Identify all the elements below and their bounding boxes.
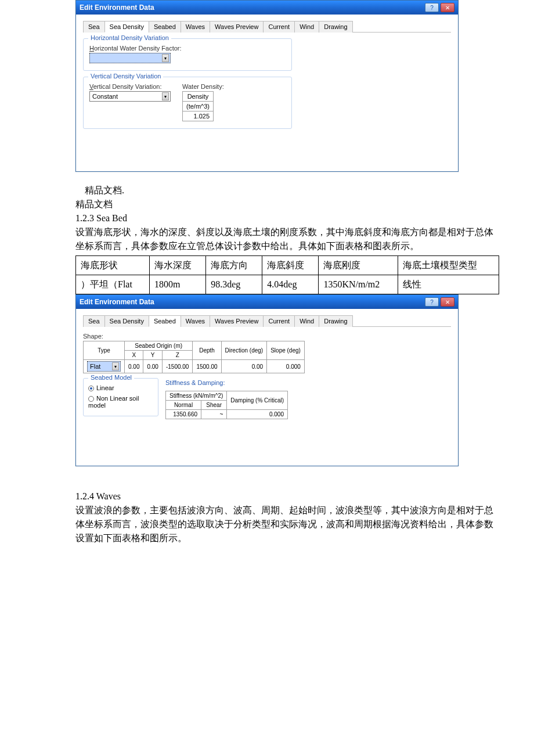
close-button[interactable]: ✕: [441, 3, 454, 12]
tab-current[interactable]: Current: [263, 315, 295, 327]
horizontal-label: Horizontal Water Density Factor:: [89, 45, 286, 52]
tabs: Sea Sea Density Seabed Waves Waves Previ…: [83, 315, 451, 327]
seabed-params-table: 海底形状 海水深度 海底方向 海底斜度 海底刚度 海底土壤模型类型 ）平坦（Fl…: [75, 255, 499, 294]
window-title: Edit Environment Data: [80, 298, 154, 306]
chevron-down-icon: ▾: [112, 362, 119, 370]
doc-text-1: 精品文档. 精品文档 1.2.3 Sea Bed 设置海底形状，海水的深度、斜度…: [75, 183, 499, 294]
td-direction: 98.3deg: [206, 275, 262, 294]
col-y: Y: [143, 351, 162, 360]
y-value[interactable]: 0.00: [143, 360, 162, 373]
horizontal-factor-dropdown[interactable]: ▾: [89, 53, 171, 63]
x-value[interactable]: 0.00: [125, 360, 143, 373]
tab-current[interactable]: Current: [263, 21, 295, 33]
col-direction: Direction (deg): [221, 341, 267, 360]
tab-drawing[interactable]: Drawing: [319, 21, 352, 33]
horizontal-variation-group: Horizontal Density Variation Horizontal …: [83, 38, 292, 71]
tab-waves[interactable]: Waves: [181, 315, 210, 327]
vertical-variation-group: Vertical Density Variation Vertical Dens…: [83, 77, 292, 129]
horizontal-legend: Horizontal Density Variation: [88, 34, 171, 41]
tab-seabed[interactable]: Seabed: [149, 21, 181, 33]
td-stiffness: 1350KN/m/m2: [319, 275, 398, 294]
tab-drawing[interactable]: Drawing: [319, 315, 352, 327]
dialog-sea-density: Edit Environment Data ? ✕ Sea Sea Densit…: [75, 0, 459, 172]
density-value[interactable]: 1.025: [183, 111, 214, 121]
density-header-1: Density: [183, 92, 214, 102]
th-model: 海底土壤模型类型: [398, 256, 499, 275]
col-depth: Depth: [193, 341, 221, 360]
shape-label: Shape:: [83, 333, 451, 340]
seabed-model-legend: Seabed Model: [88, 374, 134, 381]
col-damping: Damping (% Critical): [227, 391, 288, 410]
tab-seabed[interactable]: Seabed: [149, 315, 181, 327]
col-x: X: [125, 351, 143, 360]
damping-value[interactable]: 0.000: [227, 410, 288, 419]
stiffness-grid: Stiffness (kN/m/m^2) Damping (% Critical…: [165, 391, 288, 419]
tab-sea-density[interactable]: Sea Density: [104, 21, 149, 33]
radio-linear[interactable]: Linear: [88, 384, 153, 391]
tab-waves[interactable]: Waves: [181, 21, 210, 33]
col-slope: Slope (deg): [267, 341, 305, 360]
th-shape: 海底形状: [76, 256, 150, 275]
density-header-2: (te/m^3): [183, 102, 214, 111]
section-1-2-4: 1.2.4 Waves: [75, 489, 499, 503]
normal-value[interactable]: 1350.660: [166, 410, 201, 419]
col-z: Z: [162, 351, 192, 360]
slope-value[interactable]: 0.000: [267, 360, 305, 373]
shape-grid: Type Seabed Origin (m) Depth Direction (…: [83, 341, 305, 373]
col-normal: Normal: [166, 401, 201, 410]
stiffness-legend: Stiffness & Damping:: [165, 379, 288, 386]
tab-waves-preview[interactable]: Waves Preview: [210, 21, 264, 33]
tab-sea-density[interactable]: Sea Density: [104, 315, 149, 327]
vertical-label: Vertical Density Variation:: [89, 83, 171, 90]
radio-icon: [88, 396, 94, 402]
th-slope: 海底斜度: [262, 256, 319, 275]
tab-wind[interactable]: Wind: [294, 315, 319, 327]
td-shape: ）平坦（Flat: [76, 275, 150, 294]
water-density-label: Water Density:: [182, 83, 224, 90]
td-depth: 1800m: [150, 275, 206, 294]
radio-nonlinear[interactable]: Non Linear soil model: [88, 395, 153, 409]
help-button[interactable]: ?: [425, 3, 439, 12]
seabed-model-group: Seabed Model Linear Non Linear soil mode…: [83, 378, 158, 416]
td-model: 线性: [398, 275, 499, 294]
th-stiffness: 海底刚度: [319, 256, 398, 275]
section-1-2-3-body: 设置海底形状，海水的深度、斜度以及海底土壤的刚度系数，其中海底斜度和海底方向都是…: [75, 225, 499, 253]
section-1-2-4-body: 设置波浪的参数，主要包括波浪方向、波高、周期、起始时间，波浪类型等，其中波浪方向…: [75, 503, 499, 545]
chevron-down-icon: ▾: [162, 92, 169, 100]
dialog-seabed: Edit Environment Data ? ✕ Sea Sea Densit…: [75, 294, 459, 466]
tabs: Sea Sea Density Seabed Waves Waves Previ…: [83, 20, 451, 33]
titlebar[interactable]: Edit Environment Data ? ✕: [76, 1, 458, 15]
footer-label-1: 精品文档.: [75, 183, 499, 197]
col-origin: Seabed Origin (m): [125, 341, 193, 351]
window-title: Edit Environment Data: [80, 3, 154, 12]
col-shear: Shear: [201, 401, 227, 410]
z-value[interactable]: -1500.00: [162, 360, 192, 373]
type-cell[interactable]: Flat ▾: [84, 360, 125, 373]
vertical-legend: Vertical Density Variation: [88, 73, 163, 80]
col-stiffness: Stiffness (kN/m/m^2): [166, 391, 227, 401]
vertical-variation-dropdown[interactable]: Constant ▾: [89, 91, 171, 102]
footer-label-2: 精品文档: [75, 197, 499, 211]
section-1-2-3: 1.2.3 Sea Bed: [75, 211, 499, 225]
direction-value[interactable]: 0.00: [221, 360, 267, 373]
tab-wind[interactable]: Wind: [294, 21, 319, 33]
shear-value[interactable]: ~: [201, 410, 227, 419]
tab-waves-preview[interactable]: Waves Preview: [210, 315, 264, 327]
close-button[interactable]: ✕: [441, 297, 454, 307]
tab-sea[interactable]: Sea: [83, 315, 105, 327]
chevron-down-icon: ▾: [162, 54, 169, 62]
td-slope: 4.04deg: [262, 275, 319, 294]
help-button[interactable]: ?: [425, 297, 439, 307]
density-table: Density (te/m^3) 1.025: [182, 91, 214, 121]
depth-value[interactable]: 1500.00: [193, 360, 221, 373]
tab-sea[interactable]: Sea: [83, 21, 105, 33]
th-depth: 海水深度: [150, 256, 206, 275]
type-value: Flat: [90, 363, 100, 370]
th-direction: 海底方向: [206, 256, 262, 275]
doc-text-2: 1.2.4 Waves 设置波浪的参数，主要包括波浪方向、波高、周期、起始时间，…: [75, 489, 499, 545]
titlebar[interactable]: Edit Environment Data ? ✕: [76, 295, 458, 309]
col-type: Type: [84, 341, 125, 360]
radio-icon: [88, 386, 94, 391]
vertical-variation-value: Constant: [92, 93, 118, 100]
